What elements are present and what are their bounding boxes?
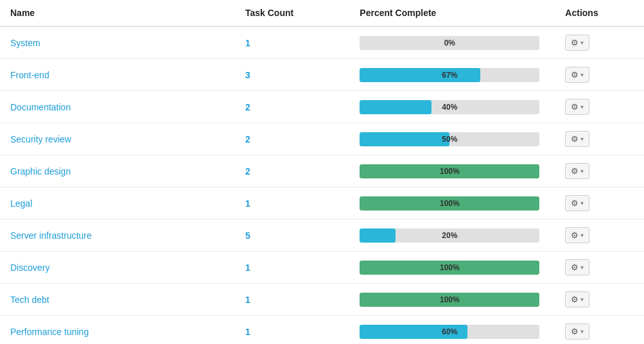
gear-action-button[interactable]: ⚙▾ — [565, 323, 589, 340]
project-name[interactable]: Legal — [0, 187, 235, 219]
gear-action-button[interactable]: ⚙▾ — [565, 291, 589, 307]
progress-bar-container: 67% — [360, 68, 539, 82]
gear-icon: ⚙ — [571, 166, 579, 176]
chevron-down-icon: ▾ — [580, 200, 584, 207]
chevron-down-icon: ▾ — [580, 103, 584, 110]
progress-label: 20% — [360, 228, 539, 243]
progress-bar-container: 40% — [360, 100, 539, 114]
project-name[interactable]: Documentation — [0, 91, 235, 123]
percent-complete-cell: 100% — [349, 187, 555, 219]
actions-cell: ⚙▾ — [555, 155, 644, 187]
progress-bar-container: 100% — [360, 293, 539, 307]
table-row: Tech debt1100%⚙▾ — [0, 284, 644, 316]
progress-label: 67% — [360, 68, 539, 82]
gear-icon: ⚙ — [571, 262, 579, 272]
chevron-down-icon: ▾ — [580, 39, 584, 46]
task-count: 1 — [235, 316, 349, 345]
projects-table: Name Task Count Percent Complete Actions… — [0, 0, 644, 344]
project-name[interactable]: Discovery — [0, 252, 235, 284]
percent-complete-cell: 50% — [349, 123, 555, 155]
task-count: 1 — [235, 187, 349, 219]
col-header-percent: Percent Complete — [349, 0, 555, 26]
progress-label: 100% — [360, 293, 539, 307]
project-name[interactable]: System — [0, 26, 235, 59]
progress-bar-container: 100% — [360, 261, 539, 275]
table-row: Front-end367%⚙▾ — [0, 59, 644, 91]
progress-label: 50% — [360, 132, 539, 146]
percent-complete-cell: 67% — [349, 59, 555, 91]
table-row: Security review250%⚙▾ — [0, 123, 644, 155]
progress-label: 40% — [360, 100, 539, 114]
task-count: 1 — [235, 284, 349, 316]
gear-action-button[interactable]: ⚙▾ — [565, 99, 589, 115]
percent-complete-cell: 40% — [349, 91, 555, 123]
gear-action-button[interactable]: ⚙▾ — [565, 131, 589, 147]
percent-complete-cell: 0% — [349, 26, 555, 59]
table-row: Documentation240%⚙▾ — [0, 91, 644, 123]
progress-label: 0% — [360, 36, 539, 50]
chevron-down-icon: ▾ — [580, 264, 584, 271]
percent-complete-cell: 100% — [349, 284, 555, 316]
progress-bar-container: 0% — [360, 36, 539, 50]
gear-action-button[interactable]: ⚙▾ — [565, 67, 589, 83]
col-header-task-count: Task Count — [235, 0, 349, 26]
actions-cell: ⚙▾ — [555, 59, 644, 91]
chevron-down-icon: ▾ — [580, 296, 584, 303]
percent-complete-cell: 100% — [349, 155, 555, 187]
gear-icon: ⚙ — [571, 295, 579, 304]
table-row: Graphic design2100%⚙▾ — [0, 155, 644, 187]
task-count: 5 — [235, 219, 349, 252]
project-name[interactable]: Front-end — [0, 59, 235, 91]
gear-icon: ⚙ — [571, 70, 579, 80]
progress-bar-container: 100% — [360, 164, 539, 178]
chevron-down-icon: ▾ — [580, 135, 584, 142]
table-row: Performance tuning160%⚙▾ — [0, 316, 644, 345]
gear-icon: ⚙ — [571, 230, 579, 240]
gear-icon: ⚙ — [571, 134, 579, 144]
progress-label: 100% — [360, 196, 539, 211]
percent-complete-cell: 100% — [349, 252, 555, 284]
chevron-down-icon: ▾ — [580, 328, 584, 335]
gear-action-button[interactable]: ⚙▾ — [565, 35, 589, 51]
actions-cell: ⚙▾ — [555, 219, 644, 252]
chevron-down-icon: ▾ — [580, 168, 584, 175]
chevron-down-icon: ▾ — [580, 71, 584, 78]
gear-action-button[interactable]: ⚙▾ — [565, 227, 589, 243]
actions-cell: ⚙▾ — [555, 252, 644, 284]
project-name[interactable]: Server infrastructure — [0, 219, 235, 252]
progress-bar-container: 20% — [360, 228, 539, 243]
table-row: System10%⚙▾ — [0, 26, 644, 59]
progress-bar-container: 60% — [360, 325, 539, 339]
task-count: 2 — [235, 155, 349, 187]
progress-label: 100% — [360, 164, 539, 178]
actions-cell: ⚙▾ — [555, 316, 644, 345]
actions-cell: ⚙▾ — [555, 123, 644, 155]
gear-icon: ⚙ — [571, 198, 579, 208]
gear-action-button[interactable]: ⚙▾ — [565, 259, 589, 275]
progress-bar-container: 50% — [360, 132, 539, 146]
table-row: Server infrastructure520%⚙▾ — [0, 219, 644, 252]
actions-cell: ⚙▾ — [555, 91, 644, 123]
project-name[interactable]: Security review — [0, 123, 235, 155]
progress-label: 100% — [360, 261, 539, 275]
percent-complete-cell: 20% — [349, 219, 555, 252]
progress-bar-container: 100% — [360, 196, 539, 211]
gear-icon: ⚙ — [571, 38, 579, 47]
table-row: Discovery1100%⚙▾ — [0, 252, 644, 284]
task-count: 2 — [235, 91, 349, 123]
task-count: 1 — [235, 252, 349, 284]
actions-cell: ⚙▾ — [555, 187, 644, 219]
col-header-name: Name — [0, 0, 235, 26]
col-header-actions: Actions — [555, 0, 644, 26]
percent-complete-cell: 60% — [349, 316, 555, 345]
chevron-down-icon: ▾ — [580, 232, 584, 239]
gear-action-button[interactable]: ⚙▾ — [565, 195, 589, 211]
project-name[interactable]: Performance tuning — [0, 316, 235, 345]
project-name[interactable]: Graphic design — [0, 155, 235, 187]
task-count: 1 — [235, 26, 349, 59]
actions-cell: ⚙▾ — [555, 26, 644, 59]
gear-action-button[interactable]: ⚙▾ — [565, 163, 589, 179]
actions-cell: ⚙▾ — [555, 284, 644, 316]
table-row: Legal1100%⚙▾ — [0, 187, 644, 219]
project-name[interactable]: Tech debt — [0, 284, 235, 316]
